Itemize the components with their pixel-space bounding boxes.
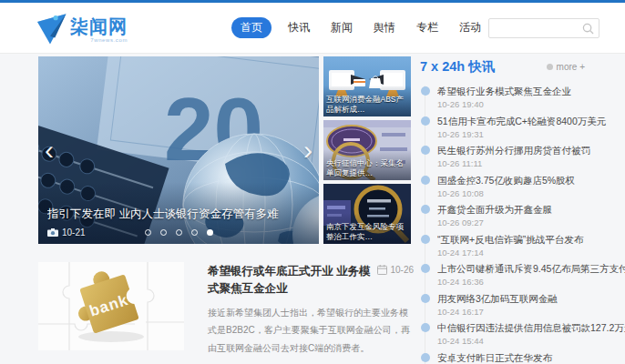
flash-sidebar: 7 x 24h 快讯 more + 希望银行业务模式聚焦互金企业10-26 19… [420,58,625,364]
search-input[interactable] [489,23,582,34]
nav-item-2[interactable]: 新闻 [326,17,357,38]
more-link[interactable]: more + [547,62,585,72]
thumb-caption: 央行征信中心：采集名单回复提供… [323,149,411,180]
flash-item: 用友网络3亿加码互联网金融10-24 16:17 [425,293,625,323]
article-date: 10-26 [377,265,414,275]
flash-item: 中信银行因违法提供信用信息被罚款127.2万元10-24 15:44 [425,322,625,352]
thumb-story-credit-center[interactable]: 央行征信中心：采集名单回复提供… [323,120,411,180]
page: 柒闻网 7wnews.com 首页快讯新闻舆情专栏活动猎聘我们 [0,0,625,364]
flash-item-time: 10-26 09:27 [437,217,625,228]
thumb-story-abs[interactable]: 互联网消费金融ABS产品解析成… [323,56,411,116]
flash-item-title[interactable]: 希望银行业务模式聚焦互金企业 [437,86,625,97]
thumb-caption: 互联网消费金融ABS产品解析成… [323,86,411,116]
flash-item-time: 10-26 10:08 [437,188,625,198]
logo-title: 柒闻网 [70,17,128,35]
flash-item-title[interactable]: 上市公司键桥通讯斥资9.45亿布局第三方支付 [437,263,625,275]
flash-item-time: 10-26 11:11 [437,158,625,168]
flash-item-title[interactable]: 用友网络3亿加码互联网金融 [437,293,625,305]
logo[interactable]: 柒闻网 7wnews.com [31,10,128,46]
flash-item: 开鑫贷全面升级为开鑫金服10-26 09:27 [425,204,625,234]
article-title[interactable]: 希望银行或年底正式开业 业务模式聚焦互金企业 [208,263,379,298]
carousel-dot-2[interactable] [176,229,182,236]
flash-item: “互联网+反电信诈骗”挑战平台发布10-24 17:14 [425,234,625,264]
hero-carousel[interactable]: 20 [38,56,319,244]
calendar-icon [377,265,387,275]
flash-item: 安卓支付昨日正式在华发布10-21 16:09 [425,352,625,364]
search-box [488,18,599,38]
flash-item-title[interactable]: “互联网+反电信诈骗”挑战平台发布 [437,234,625,246]
thumb-story-nanjing[interactable]: 南京下发互金风险专项整治工作实… [323,184,411,244]
article-image-bank-puzzle: bank [38,262,184,350]
carousel-prev-button[interactable]: ‹ [45,136,54,164]
carousel-dot-4[interactable] [207,229,213,236]
flash-item: 国盛金控3.75亿收购趣店5%股权10-26 10:08 [425,175,625,205]
article-thumbnail[interactable]: bank [38,262,184,350]
carousel-dot-1[interactable] [160,229,167,236]
flash-item-time: 10-24 15:44 [437,336,625,346]
carousel-caption[interactable]: 指引下发在即 业内人士谈银行资金存管有多难 [47,207,312,222]
header: 柒闻网 7wnews.com 首页快讯新闻舆情专栏活动猎聘我们 [0,3,625,54]
flash-item-title[interactable]: 开鑫贷全面升级为开鑫金服 [437,204,625,216]
flash-item-time: 10-24 16:36 [437,277,625,287]
flash-item: 51信用卡宣布完成C+轮融资8400万美元10-26 19:31 [425,116,625,146]
more-dot-icon [547,64,553,70]
flash-item-title[interactable]: 中信银行因违法提供信用信息被罚款127.2万元 [437,322,625,334]
flash-list: 希望银行业务模式聚焦互金企业10-26 19:4051信用卡宣布完成C+轮融资8… [420,86,625,364]
carousel-dot-3[interactable] [191,229,198,236]
flash-item-title[interactable]: 国盛金控3.75亿收购趣店5%股权 [437,175,625,187]
logo-text: 柒闻网 7wnews.com [70,17,128,43]
carousel-dot-0[interactable] [145,229,151,236]
sidebar-header: 7 x 24h 快讯 more + [420,58,625,76]
flash-item-title[interactable]: 51信用卡宣布完成C+轮融资8400万美元 [437,116,625,127]
flash-item-title[interactable]: 安卓支付昨日正式在华发布 [437,352,625,364]
featured-article: bank 希望银行或年底正式开业 业务模式聚焦互金企业 10-26 接近新希望集… [38,262,414,357]
flash-item-time: 10-24 17:14 [437,248,625,258]
nav-item-4[interactable]: 专栏 [412,17,443,38]
flash-item: 民生银行苏州分行挪用房贷首付被罚10-26 11:11 [425,145,625,175]
flash-item-title[interactable]: 民生银行苏州分行挪用房贷首付被罚 [437,145,625,157]
nav-item-0[interactable]: 首页 [231,17,272,38]
nav-item-3[interactable]: 舆情 [369,17,400,38]
thumbnail-column: 互联网消费金融ABS产品解析成… 央行征信中心：采集名单回复提供… [323,56,411,244]
flash-item-time: 10-26 19:40 [437,99,625,109]
nav-item-1[interactable]: 快讯 [283,17,314,38]
article-summary: 接近新希望集团人士指出，希望银行的主要业务模式是B2B2C，客户主要聚集于互联网… [208,304,414,358]
logo-subtitle: 7wnews.com [70,37,128,43]
flash-item: 希望银行业务模式聚焦互金企业10-26 19:40 [425,86,625,116]
search-icon[interactable] [582,23,594,35]
flash-item: 上市公司键桥通讯斥资9.45亿布局第三方支付10-24 16:36 [425,263,625,293]
nav-item-5[interactable]: 活动 [455,17,486,38]
carousel-next-button[interactable]: › [303,136,312,164]
article-date-text: 10-26 [390,265,414,275]
sidebar-title: 7 x 24h 快讯 [420,58,495,76]
paper-plane-icon [31,10,69,46]
more-label: more + [557,62,585,72]
article-body: 希望银行或年底正式开业 业务模式聚焦互金企业 10-26 接近新希望集团人士指出… [208,262,414,357]
thumb-caption: 南京下发互金风险专项整治工作实… [323,213,411,244]
flash-item-time: 10-24 16:17 [437,307,625,317]
flash-item-time: 10-26 19:31 [437,129,625,139]
carousel-dots [38,229,319,236]
